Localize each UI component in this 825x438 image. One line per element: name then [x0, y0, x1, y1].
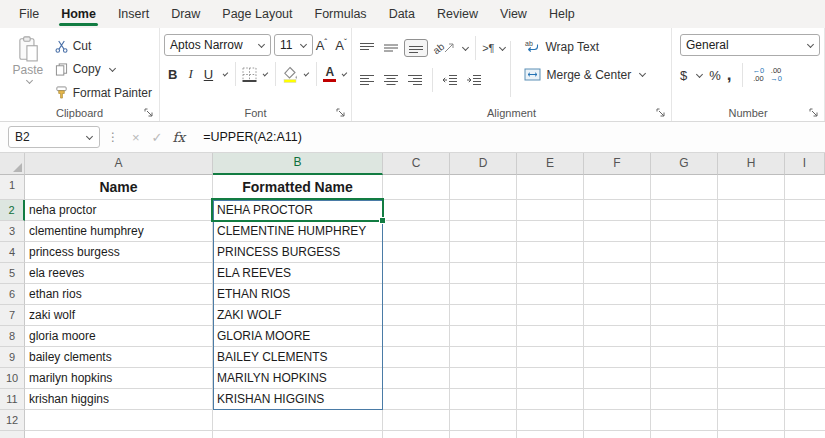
row-header-8[interactable]: 8	[0, 326, 25, 347]
cell-a10[interactable]: marilyn hopkins	[25, 368, 213, 389]
underline-button[interactable]: U	[200, 66, 217, 83]
row-header-6[interactable]: 6	[0, 284, 25, 305]
tab-home[interactable]: Home	[50, 0, 107, 28]
decrease-indent-button[interactable]	[439, 72, 461, 88]
font-color-button[interactable]: A	[323, 66, 336, 82]
column-header-h[interactable]: H	[718, 153, 785, 175]
cut-button[interactable]: Cut	[52, 36, 155, 56]
currency-button[interactable]: $	[680, 68, 687, 83]
empty-cells[interactable]	[383, 431, 825, 438]
tab-formulas[interactable]: Formulas	[304, 0, 378, 28]
cell-b4[interactable]: PRINCESS BURGESS	[213, 242, 383, 263]
cell-a3[interactable]: clementine humphrey	[25, 221, 213, 242]
align-right-button[interactable]	[404, 72, 426, 88]
align-center-button[interactable]	[380, 72, 402, 88]
row-header-5[interactable]: 5	[0, 263, 25, 284]
decrease-font-button[interactable]: Aˇ	[335, 37, 347, 53]
column-header-a[interactable]: A	[25, 153, 213, 175]
alignment-dialog-launcher[interactable]	[656, 108, 666, 118]
formula-input[interactable]: =UPPER(A2:A11)	[203, 130, 302, 144]
column-header-e[interactable]: E	[517, 153, 584, 175]
cell-b7[interactable]: ZAKI WOLF	[213, 305, 383, 326]
wrap-text-button[interactable]: ab Wrap Text	[521, 36, 649, 57]
cell-a6[interactable]: ethan rios	[25, 284, 213, 305]
percent-button[interactable]: %	[709, 68, 721, 83]
column-header-g[interactable]: G	[651, 153, 718, 175]
row-header-13[interactable]	[0, 431, 25, 438]
name-box[interactable]: B2	[8, 126, 100, 148]
align-bottom-button[interactable]	[404, 39, 428, 57]
paste-button[interactable]: Paste	[4, 34, 52, 103]
bold-button[interactable]: B	[164, 66, 181, 83]
cell-a4[interactable]: princess burgess	[25, 242, 213, 263]
merge-center-button[interactable]: Merge & Center	[521, 64, 649, 85]
comma-style-button[interactable]: ,	[727, 70, 732, 80]
formula-bar-grip[interactable]: ⋮	[107, 130, 119, 144]
row-header-2[interactable]: 2	[0, 200, 25, 221]
copy-button[interactable]: Copy	[52, 59, 155, 79]
column-header-c[interactable]: C	[383, 153, 450, 175]
cell-b13[interactable]	[213, 431, 383, 438]
row-header-11[interactable]: 11	[0, 389, 25, 410]
cell-b10[interactable]: MARILYN HOPKINS	[213, 368, 383, 389]
clipboard-dialog-launcher[interactable]	[144, 108, 154, 118]
empty-cells[interactable]	[383, 410, 825, 431]
empty-cells[interactable]	[383, 305, 825, 326]
format-painter-button[interactable]: Format Painter	[52, 83, 155, 103]
tab-view[interactable]: View	[489, 0, 538, 28]
insert-function-icon[interactable]: fx	[173, 129, 186, 145]
column-header-b[interactable]: B	[213, 153, 383, 175]
font-dialog-launcher[interactable]	[336, 108, 346, 118]
cell-b8[interactable]: GLORIA MOORE	[213, 326, 383, 347]
increase-indent-button[interactable]	[463, 72, 485, 88]
cell-b12[interactable]	[213, 410, 383, 431]
empty-cells[interactable]	[383, 200, 825, 221]
align-top-button[interactable]	[356, 40, 378, 56]
row-header-12[interactable]: 12	[0, 410, 25, 431]
empty-cells[interactable]	[383, 242, 825, 263]
empty-cells[interactable]	[383, 263, 825, 284]
row-header-4[interactable]: 4	[0, 242, 25, 263]
empty-cells[interactable]	[383, 347, 825, 368]
column-header-f[interactable]: F	[584, 153, 651, 175]
empty-cells[interactable]	[383, 368, 825, 389]
align-middle-button[interactable]	[380, 40, 402, 56]
row-header-3[interactable]: 3	[0, 221, 25, 242]
row-header-7[interactable]: 7	[0, 305, 25, 326]
tab-page-layout[interactable]: Page Layout	[211, 0, 303, 28]
increase-font-button[interactable]: Aˆ	[316, 37, 328, 53]
orientation-button[interactable]: ab	[430, 41, 457, 56]
empty-cells[interactable]	[383, 175, 825, 200]
cell-b11[interactable]: KRISHAN HIGGINS	[213, 389, 383, 410]
cell-a9[interactable]: bailey clements	[25, 347, 213, 368]
borders-button[interactable]	[242, 67, 257, 82]
column-header-i[interactable]: I	[785, 153, 825, 175]
tab-data[interactable]: Data	[378, 0, 426, 28]
increase-decimal-button[interactable]: ←0 .00	[753, 67, 765, 84]
cell-b5[interactable]: ELA REEVES	[213, 263, 383, 284]
tab-file[interactable]: File	[8, 0, 50, 28]
select-all-button[interactable]	[0, 153, 25, 175]
italic-button[interactable]: I	[184, 65, 196, 83]
empty-cells[interactable]	[383, 326, 825, 347]
tab-insert[interactable]: Insert	[107, 0, 160, 28]
cell-a5[interactable]: ela reeves	[25, 263, 213, 284]
font-name-select[interactable]: Aptos Narrow	[164, 34, 271, 56]
decrease-decimal-button[interactable]: .00 →0	[770, 67, 782, 84]
row-header-1[interactable]: 1	[0, 175, 25, 200]
cell-a2[interactable]: neha proctor	[25, 200, 213, 221]
tab-review[interactable]: Review	[426, 0, 489, 28]
number-format-select[interactable]: General	[680, 34, 820, 56]
align-left-button[interactable]	[356, 72, 378, 88]
empty-cells[interactable]	[383, 389, 825, 410]
number-dialog-launcher[interactable]	[809, 108, 819, 118]
cell-a8[interactable]: gloria moore	[25, 326, 213, 347]
row-header-10[interactable]: 10	[0, 368, 25, 389]
enter-icon[interactable]: ✓	[152, 130, 163, 145]
tab-draw[interactable]: Draw	[160, 0, 211, 28]
cell-b6[interactable]: ETHAN RIOS	[213, 284, 383, 305]
font-size-select[interactable]: 11	[274, 34, 313, 56]
cell-a11[interactable]: krishan higgins	[25, 389, 213, 410]
cell-a7[interactable]: zaki wolf	[25, 305, 213, 326]
cancel-icon[interactable]: ×	[132, 130, 140, 145]
